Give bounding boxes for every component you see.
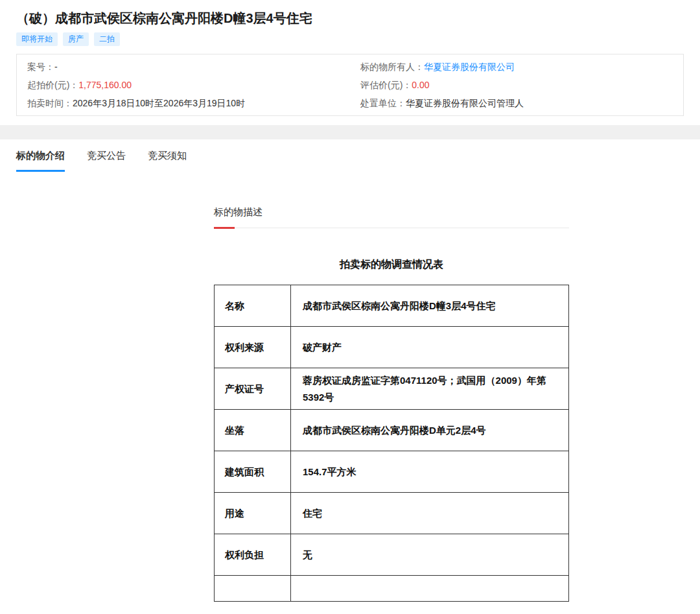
row-name-label: 名称 <box>215 285 291 327</box>
row-encumbrance-label: 权利负担 <box>215 534 291 576</box>
section-head: 标的物描述 <box>214 206 569 228</box>
row-encumbrance-value: 无 <box>291 534 569 576</box>
disposal-unit-value: 华夏证券股份有限公司管理人 <box>406 98 524 108</box>
owner-link[interactable]: 华夏证券股份有限公司 <box>424 62 515 72</box>
status-badge: 即将开始 <box>16 32 58 46</box>
row-rights-source-value: 破产财产 <box>291 327 569 368</box>
badge-row: 即将开始 房产 二拍 <box>16 32 684 46</box>
table-row: 用途 住宅 <box>215 493 569 534</box>
partial-row-label-cell <box>215 576 291 602</box>
page-header: （破）成都市武侯区棕南公寓丹阳楼D幢3层4号住宅 即将开始 房产 二拍 <box>0 0 700 46</box>
partial-row-value-cell <box>291 576 569 602</box>
summary-right-column: 标的物所有人：华夏证券股份有限公司 评估价(元)：0.00 处置单位：华夏证券股… <box>350 60 683 110</box>
row-certificate-label: 产权证号 <box>215 368 291 410</box>
table-row: 名称 成都市武侯区棕南公寓丹阳楼D幢3层4号住宅 <box>215 285 569 327</box>
row-usage-value: 住宅 <box>291 493 569 534</box>
case-number-value: - <box>54 62 58 72</box>
tab-bidding-notice[interactable]: 竞买须知 <box>148 150 187 172</box>
survey-table: 名称 成都市武侯区棕南公寓丹阳楼D幢3层4号住宅 权利来源 破产财产 产权证号 … <box>214 285 569 602</box>
start-price-value: 1,775,160.00 <box>78 80 132 90</box>
case-number-row: 案号：- <box>27 60 340 73</box>
table-row: 坐落 成都市武侯区棕南公寓丹阳楼D单元2层4号 <box>215 410 569 451</box>
row-usage-label: 用途 <box>215 493 291 534</box>
auction-time-value: 2026年3月18日10时至2026年3月19日10时 <box>73 98 245 108</box>
start-price-row: 起拍价(元)：1,775,160.00 <box>27 78 340 91</box>
row-rights-source-label: 权利来源 <box>215 327 291 368</box>
appraisal-price-label: 评估价(元)： <box>360 80 412 90</box>
row-building-area-value: 154.7平方米 <box>291 451 569 493</box>
case-number-label: 案号： <box>27 62 54 72</box>
appraisal-price-row: 评估价(元)：0.00 <box>360 78 673 91</box>
section-separator <box>0 125 700 139</box>
auction-summary-box: 案号：- 起拍价(元)：1,775,160.00 拍卖时间：2026年3月18日… <box>16 54 684 116</box>
tab-bar: 标的物介绍 竞买公告 竞买须知 <box>0 139 700 172</box>
section-accent-bar <box>214 227 235 229</box>
appraisal-price-value: 0.00 <box>412 80 429 90</box>
table-row: 产权证号 蓉房权证成房监证字第0471120号；武国用（2009）年第5392号 <box>215 368 569 410</box>
tab-item-intro[interactable]: 标的物介绍 <box>16 150 65 172</box>
owner-label: 标的物所有人： <box>360 62 424 72</box>
owner-row: 标的物所有人：华夏证券股份有限公司 <box>360 60 673 73</box>
table-row: 权利来源 破产财产 <box>215 327 569 368</box>
table-row: 建筑面积 154.7平方米 <box>215 451 569 493</box>
row-location-label: 坐落 <box>215 410 291 451</box>
main-content: 标的物描述 拍卖标的物调查情况表 名称 成都市武侯区棕南公寓丹阳楼D幢3层4号住… <box>214 206 569 602</box>
round-badge: 二拍 <box>94 32 120 46</box>
disposal-unit-label: 处置单位： <box>360 98 406 108</box>
page-title: （破）成都市武侯区棕南公寓丹阳楼D幢3层4号住宅 <box>16 10 684 26</box>
row-certificate-value: 蓉房权证成房监证字第0471120号；武国用（2009）年第5392号 <box>291 368 569 410</box>
summary-left-column: 案号：- 起拍价(元)：1,775,160.00 拍卖时间：2026年3月18日… <box>17 60 350 110</box>
start-price-label: 起拍价(元)： <box>27 80 78 90</box>
disposal-unit-row: 处置单位：华夏证券股份有限公司管理人 <box>360 97 673 110</box>
section-title: 标的物描述 <box>214 206 569 218</box>
tab-bidding-announcement[interactable]: 竞买公告 <box>87 150 126 172</box>
table-row-partial <box>215 576 569 602</box>
table-row: 权利负担 无 <box>215 534 569 576</box>
row-location-value: 成都市武侯区棕南公寓丹阳楼D单元2层4号 <box>291 410 569 451</box>
survey-table-title: 拍卖标的物调查情况表 <box>214 258 569 272</box>
auction-time-row: 拍卖时间：2026年3月18日10时至2026年3月19日10时 <box>27 97 340 110</box>
category-badge: 房产 <box>63 32 89 46</box>
row-building-area-label: 建筑面积 <box>215 451 291 493</box>
auction-time-label: 拍卖时间： <box>27 98 73 108</box>
row-name-value: 成都市武侯区棕南公寓丹阳楼D幢3层4号住宅 <box>291 285 569 327</box>
